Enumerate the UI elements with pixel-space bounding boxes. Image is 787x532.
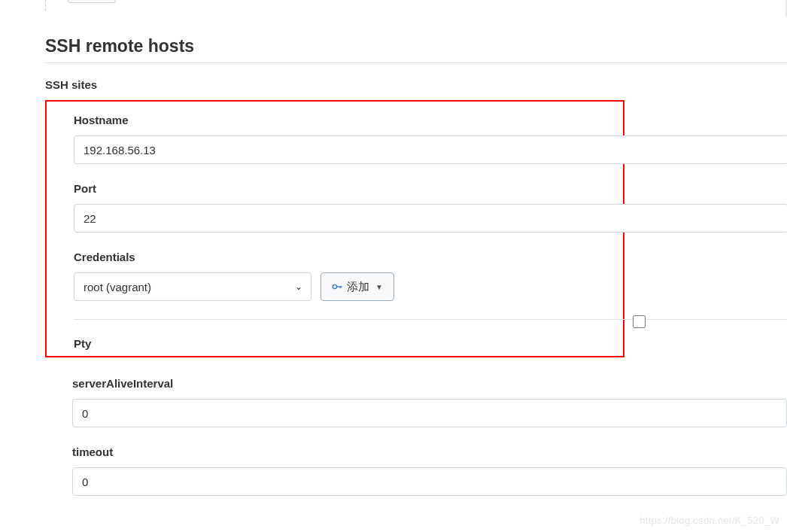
credentials-label: Credentials [74,251,623,263]
svg-rect-3 [341,286,342,287]
port-field: Port [47,182,623,233]
credentials-select[interactable]: root (vagrant) [74,272,311,301]
caret-down-icon: ▼ [375,283,383,291]
svg-point-0 [333,284,336,288]
port-label: Port [74,182,623,195]
hostname-label: Hostname [74,114,623,126]
pty-label: Pty [74,337,91,350]
hostname-field: Hostname [47,114,623,164]
config-form: SSH remote hosts SSH sites Hostname Port… [0,0,787,496]
timeout-label: timeout [72,445,787,458]
section-divider [45,62,787,63]
hostname-input[interactable] [74,135,787,164]
add-credentials-button[interactable]: 添加 ▼ [321,272,394,301]
server-alive-interval-label: serverAliveInterval [72,377,787,390]
server-alive-interval-field: serverAliveInterval [72,377,787,427]
section-title: SSH remote hosts [45,36,787,56]
svg-rect-2 [340,286,341,288]
port-input[interactable] [74,204,787,233]
inner-divider [74,319,787,320]
pty-field: Pty [47,326,623,348]
watermark: https://blog.csdn.net/K_520_W [640,515,779,526]
credentials-field: Credentials root (vagrant) ⌄ [47,251,623,301]
highlighted-ssh-site-block: Hostname Port Credentials root (vagrant)… [45,100,624,357]
pty-checkbox[interactable] [633,315,646,328]
subsection-label: SSH sites [45,78,787,91]
timeout-field: timeout [72,445,787,496]
timeout-input[interactable] [72,467,787,496]
add-credentials-label: 添加 [347,280,369,294]
svg-rect-1 [336,286,342,287]
top-fragment [45,8,787,23]
key-icon [332,281,342,292]
server-alive-interval-input[interactable] [72,399,787,427]
